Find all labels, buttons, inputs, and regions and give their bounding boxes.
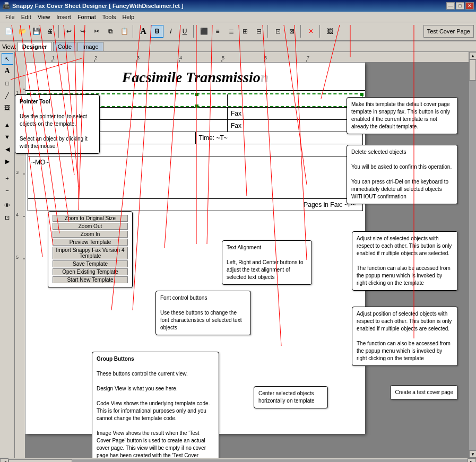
svg-text:4: 4 xyxy=(16,212,19,217)
image-tool-button[interactable]: 🖼 xyxy=(2,102,13,114)
menu-bar: File Edit View Insert Format Tools Help xyxy=(0,12,476,22)
minimize-button[interactable]: — xyxy=(446,2,455,10)
test-cover-button[interactable]: Test Cover Page xyxy=(423,25,474,38)
move-right-button[interactable]: ▶ xyxy=(2,155,13,167)
move-up-button[interactable]: ▲ xyxy=(2,119,13,130)
svg-text:5: 5 xyxy=(16,255,19,260)
menu-format[interactable]: Format xyxy=(74,13,99,21)
tab-designer[interactable]: Designer xyxy=(18,42,52,51)
svg-rect-0 xyxy=(25,52,365,63)
maximize-button[interactable]: □ xyxy=(456,2,464,10)
delete-button[interactable]: ✕ xyxy=(305,25,317,38)
title-text: 📠 Snappy Fax Cover Sheet Designer [ Fanc… xyxy=(2,2,184,10)
ruler-horizontal: 1 2 3 4 5 6 7 xyxy=(25,52,469,63)
small-img-button[interactable]: ⊡ xyxy=(2,212,13,223)
text-tool-button[interactable]: A xyxy=(2,65,13,77)
preview-template-button[interactable]: Preview Template xyxy=(53,239,128,246)
scroll-left-button[interactable]: ◀ xyxy=(0,458,8,463)
import-v4-button[interactable]: Import Snappy Fax Version 4 Template xyxy=(53,247,128,259)
new-button[interactable]: 📄 xyxy=(2,25,15,38)
paste-button[interactable]: 📋 xyxy=(118,25,131,38)
copy-button[interactable]: ⧉ xyxy=(104,25,117,38)
print-button[interactable]: 🖨 xyxy=(44,25,56,38)
scroll-track[interactable] xyxy=(469,59,476,450)
save-button[interactable]: 💾 xyxy=(30,25,42,38)
tools-panel: ↖ A □ ╱ 🖼 ▲ ▼ ◀ ▶ + − 👁 ⊡ xyxy=(0,52,15,458)
close-button[interactable]: ✕ xyxy=(465,2,474,10)
undo-button[interactable]: ↩ xyxy=(63,25,75,38)
scroll-down-button[interactable]: ▼ xyxy=(469,450,476,458)
menu-view[interactable]: View xyxy=(34,13,54,21)
zoom-in-button[interactable]: Zoom In xyxy=(53,231,128,238)
toolbar-separator-3 xyxy=(193,25,195,38)
toolbar-separator-2 xyxy=(133,25,135,38)
move-left-button[interactable]: ◀ xyxy=(2,143,13,155)
text-button[interactable]: A xyxy=(137,25,150,38)
create-test-cover-tooltip: Create a test cover page xyxy=(390,385,458,400)
group-button[interactable]: ⊞ xyxy=(239,25,252,38)
scroll-thumb[interactable] xyxy=(469,59,476,81)
svg-text:1: 1 xyxy=(52,55,55,60)
scroll-right-button[interactable]: ▶ xyxy=(468,458,476,463)
handle-tm xyxy=(195,93,198,96)
line-tool-button[interactable]: ╱ xyxy=(2,90,13,101)
zoom-in-tool-button[interactable]: + xyxy=(2,172,13,184)
ruler-corner xyxy=(15,52,25,63)
menu-insert[interactable]: Insert xyxy=(53,13,74,21)
position-button[interactable]: ⊠ xyxy=(285,25,298,38)
move-down-button[interactable]: ▼ xyxy=(2,131,13,143)
preview-tool-button[interactable]: 👁 xyxy=(2,199,13,211)
svg-text:5: 5 xyxy=(222,55,224,60)
pages-row: Pages in Fax: ~P~ xyxy=(28,199,363,211)
main-area: ↖ A □ ╱ 🖼 ▲ ▼ ◀ ▶ + − 👁 ⊡ 1 2 3 4 xyxy=(0,52,476,458)
zoom-out-tool-button[interactable]: − xyxy=(2,185,13,196)
image-button[interactable]: 🖼 xyxy=(324,25,336,38)
menu-tools[interactable]: Tools xyxy=(99,13,119,21)
tab-code[interactable]: Code xyxy=(53,42,76,51)
menu-help[interactable]: Help xyxy=(119,13,137,21)
redo-button[interactable]: ↪ xyxy=(76,25,89,38)
toolbar-separator-4 xyxy=(267,25,270,38)
from-fax-cell: Fax xyxy=(228,108,362,119)
zoom-out-button[interactable]: Zoom Out xyxy=(53,223,128,230)
subject-right-cell xyxy=(228,94,362,106)
title-bar: 📠 Snappy Fax Cover Sheet Designer [ Fanc… xyxy=(0,0,476,12)
toolbar-separator-1 xyxy=(58,25,60,38)
zoom-original-button[interactable]: Zoom to Original Size xyxy=(53,215,128,222)
handle-tr xyxy=(360,93,364,96)
window-title: Snappy Fax Cover Sheet Designer [ FancyW… xyxy=(12,3,184,9)
align-left-button[interactable]: ⬛ xyxy=(197,25,210,38)
right-scrollbar: ▲ ▼ xyxy=(469,52,476,458)
to-fax-cell: Fax xyxy=(228,120,362,132)
ungroup-button[interactable]: ⊟ xyxy=(253,25,265,38)
scroll-up-button[interactable]: ▲ xyxy=(469,52,476,59)
menu-file[interactable]: File xyxy=(2,13,18,21)
h-scroll-track[interactable] xyxy=(8,459,468,463)
align-center-button[interactable]: ≡ xyxy=(211,25,224,38)
svg-text:3: 3 xyxy=(137,55,140,60)
group-buttons-tooltip: Group Buttons These buttons control the … xyxy=(92,352,219,458)
new-template-button[interactable]: Start New Template xyxy=(53,276,128,283)
horizontal-scrollbar[interactable]: ◀ ▶ xyxy=(0,458,476,462)
h-scroll-thumb[interactable] xyxy=(8,459,72,463)
menu-edit[interactable]: Edit xyxy=(18,13,34,21)
pointer-tool-button[interactable]: ↖ xyxy=(2,53,13,65)
toolbar-separator-6 xyxy=(319,25,322,38)
view-bar: View: Designer Code Image xyxy=(0,41,476,52)
underline-button[interactable]: U xyxy=(178,25,191,38)
align-right-button[interactable]: ≣ xyxy=(225,25,238,38)
save-template-button[interactable]: Save Template xyxy=(53,260,128,267)
svg-text:4: 4 xyxy=(179,55,182,60)
svg-text:7: 7 xyxy=(307,55,309,60)
open-template-button[interactable]: Open Existing Template xyxy=(53,268,128,275)
center-horizontal-tooltip: Center selected objects horizontally on … xyxy=(254,386,328,408)
bold-button[interactable]: B xyxy=(151,25,163,38)
italic-button[interactable]: I xyxy=(165,25,177,38)
object-size-button[interactable]: ⊡ xyxy=(272,25,284,38)
tab-image[interactable]: Image xyxy=(77,42,103,51)
adjust-position-tooltip: Adjust position of selected objects with… xyxy=(352,307,458,366)
open-button[interactable]: 📂 xyxy=(16,25,29,38)
cut-button[interactable]: ✂ xyxy=(90,25,103,38)
rect-tool-button[interactable]: □ xyxy=(2,77,13,89)
canvas-container[interactable]: 1 2 3 4 5 6 7 1 2 xyxy=(15,52,469,458)
